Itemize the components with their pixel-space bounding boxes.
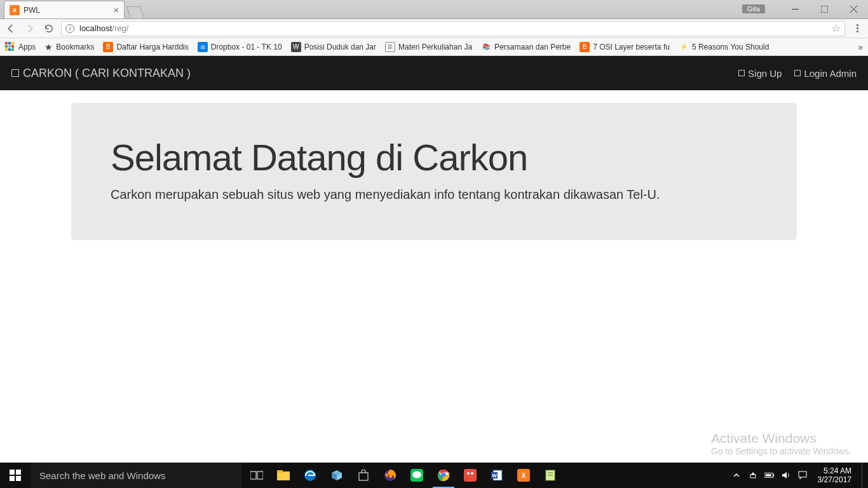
bookmark-item[interactable]: WPosisi Duduk dan Jar	[291, 42, 376, 52]
brand-link[interactable]: CARKON ( CARI KONTRAKAN )	[11, 67, 191, 80]
bookmark-label: Daftar Harga Harddis	[116, 43, 188, 51]
bookmark-item[interactable]: ⧈Dropbox - 01 - TK 10	[198, 42, 282, 52]
nav-link-label: Login Admin	[804, 68, 857, 79]
blogger-icon: B	[580, 42, 590, 52]
svg-rect-6	[10, 476, 15, 481]
browser-tab[interactable]: PWL ×	[4, 1, 125, 18]
windows-taskbar: Search the web and Windows W X 5:24 AM 3…	[0, 463, 868, 488]
volume-icon[interactable]	[781, 470, 791, 480]
activate-windows-watermark: Activate Windows Go to Settings to activ…	[711, 431, 851, 456]
svg-rect-11	[277, 470, 283, 473]
svg-rect-36	[765, 474, 771, 477]
svg-rect-0	[792, 9, 799, 10]
svg-point-24	[471, 472, 473, 475]
login-admin-link[interactable]: Login Admin	[794, 68, 857, 79]
signup-icon	[738, 70, 745, 76]
search-placeholder: Search the web and Windows	[39, 470, 165, 481]
clock-time: 5:24 AM	[818, 466, 851, 475]
xampp-favicon	[10, 5, 20, 15]
back-button[interactable]	[4, 22, 18, 36]
close-tab-icon[interactable]: ×	[114, 5, 119, 15]
word-icon[interactable]: W	[484, 463, 510, 488]
url-host: localhost	[79, 24, 112, 33]
bookmark-label: Bookmarks	[56, 43, 94, 51]
apps-label: Apps	[18, 43, 36, 51]
task-view-button[interactable]	[243, 463, 270, 488]
bookmark-item[interactable]: ★Bookmarks	[44, 42, 94, 52]
address-bar[interactable]: i localhost/reg/ ☆	[61, 21, 845, 36]
star-icon: ★	[44, 42, 53, 52]
minimize-button[interactable]	[780, 0, 810, 18]
bookmark-label: 7 OSI Layer beserta fu	[593, 43, 670, 51]
close-window-button[interactable]	[839, 0, 868, 18]
book-icon: 📚	[481, 42, 491, 52]
battery-icon[interactable]	[764, 470, 775, 480]
svg-rect-38	[799, 471, 806, 477]
bookmark-item[interactable]: BDaftar Harga Harddis	[103, 42, 188, 52]
taskbar-search[interactable]: Search the web and Windows	[31, 463, 243, 488]
xampp-icon[interactable]: X	[510, 463, 537, 488]
dropbox-icon: ⧈	[198, 42, 208, 52]
app-icon-cube[interactable]	[323, 463, 350, 488]
bookmark-label: Persamaan dan Perbe	[494, 43, 571, 51]
notepadpp-icon[interactable]	[537, 463, 564, 488]
site-info-icon[interactable]: i	[65, 24, 74, 33]
wordpress-icon: W	[291, 42, 301, 52]
edge-icon[interactable]	[297, 463, 323, 488]
svg-point-23	[467, 472, 470, 475]
line-icon[interactable]	[403, 463, 430, 488]
site-navbar: CARKON ( CARI KONTRAKAN ) Sign Up Login …	[0, 56, 868, 90]
login-icon	[794, 70, 801, 76]
bolt-icon: ⚡	[679, 42, 689, 52]
store-icon[interactable]	[350, 463, 377, 488]
show-desktop-button[interactable]	[862, 463, 865, 488]
bookmark-item[interactable]: 🗎Materi Perkuliahan Ja	[385, 42, 472, 52]
browser-toolbar: i localhost/reg/ ☆	[0, 19, 868, 38]
action-center-icon[interactable]	[797, 470, 808, 480]
svg-rect-4	[10, 470, 15, 475]
svg-text:W: W	[492, 473, 497, 478]
svg-point-19	[412, 471, 421, 478]
file-icon: 🗎	[385, 42, 395, 52]
hero-title: Selamat Datang di Carkon	[111, 136, 757, 179]
file-explorer-icon[interactable]	[270, 463, 297, 488]
bookmarks-overflow-button[interactable]: »	[858, 42, 863, 52]
svg-rect-35	[773, 474, 774, 477]
nav-link-label: Sign Up	[748, 68, 782, 79]
chrome-user-badge[interactable]: Gita	[742, 4, 765, 13]
bookmark-item[interactable]: ⚡5 Reasons You Should	[679, 42, 769, 52]
bookmark-label: Materi Perkuliahan Ja	[398, 43, 472, 51]
hero-jumbotron: Selamat Datang di Carkon Carkon merupaka…	[71, 103, 797, 240]
apps-button[interactable]: Apps	[5, 42, 36, 52]
svg-rect-5	[16, 470, 21, 475]
bookmark-star-icon[interactable]: ☆	[832, 22, 841, 34]
chrome-menu-button[interactable]	[850, 24, 864, 32]
svg-rect-1	[821, 6, 828, 13]
taskbar-clock[interactable]: 5:24 AM 3/27/2017	[814, 466, 855, 485]
system-tray: 5:24 AM 3/27/2017	[731, 463, 868, 488]
start-button[interactable]	[0, 463, 31, 488]
svg-rect-33	[750, 475, 756, 478]
app-icon-red[interactable]	[457, 463, 484, 488]
firefox-icon[interactable]	[377, 463, 403, 488]
chrome-icon[interactable]	[430, 463, 457, 488]
bookmark-label: 5 Reasons You Should	[692, 43, 769, 51]
brand-text: CARKON ( CARI KONTRAKAN )	[23, 67, 191, 80]
forward-button[interactable]	[23, 22, 37, 36]
maximize-button[interactable]	[810, 0, 839, 18]
new-tab-button[interactable]	[126, 6, 145, 18]
browser-tab-bar: PWL × Gita	[0, 0, 868, 19]
tray-overflow-icon[interactable]	[731, 470, 742, 480]
watermark-title: Activate Windows	[711, 431, 851, 446]
safely-remove-icon[interactable]	[748, 470, 758, 480]
svg-rect-16	[359, 473, 368, 480]
signup-link[interactable]: Sign Up	[738, 68, 782, 79]
bookmark-item[interactable]: 📚Persamaan dan Perbe	[481, 42, 571, 52]
watermark-sub: Go to Settings to activate Windows.	[711, 446, 851, 456]
reload-button[interactable]	[42, 22, 56, 36]
bookmark-item[interactable]: B7 OSI Layer beserta fu	[580, 42, 670, 52]
svg-rect-10	[277, 471, 290, 480]
tab-title: PWL	[24, 6, 40, 15]
apps-icon	[5, 42, 15, 52]
bookmarks-bar: Apps ★Bookmarks BDaftar Harga Harddis ⧈D…	[0, 38, 868, 56]
